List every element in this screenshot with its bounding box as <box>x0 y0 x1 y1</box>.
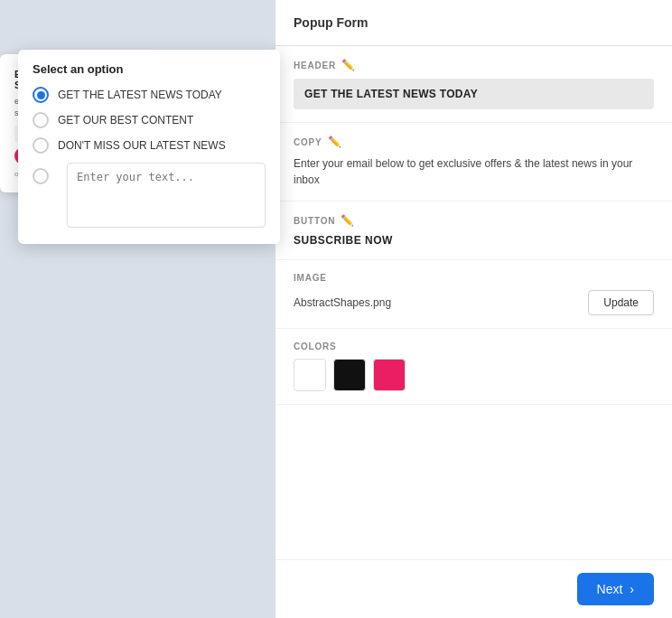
panel-content: HEADER ✏️ GET THE LATEST NEWS TODAY COPY… <box>275 46 672 559</box>
copy-section-label: COPY ✏️ <box>294 136 654 148</box>
color-swatch-black[interactable] <box>333 359 366 391</box>
image-row: AbstractShapes.png Update <box>294 290 654 315</box>
header-edit-icon[interactable]: ✏️ <box>341 59 356 71</box>
colors-row <box>294 359 654 391</box>
colors-section: COLORS <box>275 329 672 405</box>
panel-header: Popup Form <box>275 0 672 46</box>
panel-title: Popup Form <box>294 15 368 30</box>
header-section-label: HEADER ✏️ <box>294 59 654 71</box>
header-section: HEADER ✏️ GET THE LATEST NEWS TODAY <box>275 46 672 123</box>
radio-circle-1 <box>33 87 49 103</box>
copy-edit-icon[interactable]: ✏️ <box>328 136 342 148</box>
radio-item-1[interactable]: GET THE LATEST NEWS TODAY <box>33 87 266 103</box>
dropdown-title: Select an option <box>33 62 266 76</box>
next-button[interactable]: Next › <box>577 573 654 605</box>
dropdown-overlay: Select an option GET THE LATEST NEWS TOD… <box>18 50 280 244</box>
left-panel: ES T elst n ma... CRIBE NOW o Thanks Sel… <box>0 0 275 618</box>
radio-circle-custom[interactable] <box>33 168 49 184</box>
panel-footer: Next › <box>275 559 672 618</box>
copy-section: COPY ✏️ Enter your email below to get ex… <box>275 123 672 201</box>
color-swatch-red[interactable] <box>373 359 406 391</box>
next-arrow-icon: › <box>630 582 634 596</box>
custom-text-input[interactable] <box>67 163 266 228</box>
right-panel: Popup Form HEADER ✏️ GET THE LATEST NEWS… <box>275 0 672 618</box>
radio-item-2[interactable]: GET OUR BEST CONTENT <box>33 112 266 128</box>
radio-item-3[interactable]: DON'T MISS OUR LATEST NEWS <box>33 137 266 154</box>
update-image-button[interactable]: Update <box>588 290 654 315</box>
radio-label-3: DON'T MISS OUR LATEST NEWS <box>58 139 226 152</box>
color-swatch-white[interactable] <box>294 359 326 391</box>
colors-section-label: COLORS <box>294 342 654 351</box>
next-label: Next <box>597 582 623 596</box>
radio-label-1: GET THE LATEST NEWS TODAY <box>58 89 222 101</box>
header-value: GET THE LATEST NEWS TODAY <box>294 79 654 109</box>
image-filename: AbstractShapes.png <box>294 296 391 309</box>
button-section-label: BUTTON ✏️ <box>294 214 654 227</box>
radio-label-2: GET OUR BEST CONTENT <box>58 114 193 126</box>
button-value: SUBSCRIBE NOW <box>294 234 654 247</box>
button-edit-icon[interactable]: ✏️ <box>341 214 355 227</box>
radio-item-custom <box>33 163 266 228</box>
image-section-label: IMAGE <box>294 273 654 283</box>
image-section: IMAGE AbstractShapes.png Update <box>275 260 672 329</box>
button-section: BUTTON ✏️ SUBSCRIBE NOW <box>275 201 672 260</box>
radio-circle-3 <box>33 137 49 154</box>
copy-value: Enter your email below to get exclusive … <box>294 155 654 188</box>
radio-circle-2 <box>33 112 49 128</box>
